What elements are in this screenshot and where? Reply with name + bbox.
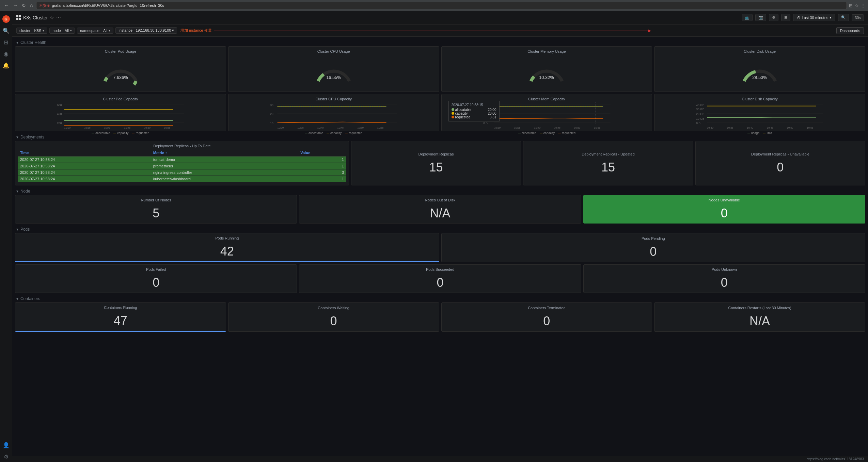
tv-mode-btn[interactable]: 📺: [742, 14, 753, 21]
namespace-value: All: [103, 29, 107, 33]
svg-text:0 B: 0 B: [483, 121, 488, 125]
dashboard-title: K8s Cluster ☆ ⋯: [16, 15, 61, 20]
legend-requested: requested: [132, 131, 149, 135]
pods-running-title: Pods Running: [215, 236, 239, 240]
cpu-capacity-chart: 30 20 10 10:30 10:35 10:40 10:45 10:50 1…: [231, 102, 436, 130]
svg-text:40 GB: 40 GB: [696, 103, 704, 107]
deployment-replicas-value: 15: [429, 160, 443, 175]
extensions-icon[interactable]: ⊞: [849, 3, 853, 8]
sidebar-alerts-icon[interactable]: 🔔: [1, 60, 12, 71]
disk-usage-svg: 28.53%: [741, 60, 778, 84]
gauges-row: Cluster Pod Usage 7.636% Cluster CPU Usa…: [15, 46, 865, 92]
legend-disk-limit: limit: [763, 131, 772, 135]
pods-pending-value: 0: [650, 245, 657, 259]
cpu-usage-title: Cluster CPU Usage: [231, 49, 436, 53]
namespace-filter[interactable]: namespace All ▾: [77, 28, 113, 34]
pod-capacity-title: Cluster Pod Capacity: [18, 97, 223, 101]
svg-text:10:45: 10:45: [337, 126, 344, 129]
containers-terminated-value: 0: [543, 314, 550, 328]
home-btn[interactable]: ⌂: [29, 2, 34, 9]
pods-collapse-icon: ▼: [16, 228, 19, 231]
dashboards-button[interactable]: Dashboards: [836, 27, 864, 34]
cluster-value: K8S: [34, 29, 41, 33]
content-wrapper: K8s Cluster ☆ ⋯ 📺 📷 ⚙ ⊞ ⏱ Last 30 minute…: [12, 11, 868, 336]
node-filter[interactable]: node All ▾: [49, 28, 75, 34]
deployment-replicas-panel: Deployment Replicas 15: [351, 141, 521, 185]
star-button[interactable]: ☆: [50, 15, 54, 20]
disk-usage-panel: Cluster Disk Usage 28.53%: [654, 46, 865, 92]
dashboard-settings-btn[interactable]: ⚙: [769, 14, 778, 21]
table-row: 2020-07-27 10:58:24nginx-ingress-control…: [18, 169, 346, 176]
disk-usage-gauge: 28.53%: [657, 55, 862, 89]
legend-mem-requested: requested: [558, 131, 575, 135]
svg-text:10:55: 10:55: [807, 126, 814, 129]
nodes-unavailable-title: Nodes Unavailable: [709, 198, 740, 202]
instance-caret: ▾: [172, 28, 174, 32]
node-row: Number Of Nodes 5 Nodes Out of Disk N/A …: [15, 195, 865, 224]
cpu-usage-gauge: 16.55%: [231, 55, 436, 89]
disk-capacity-panel: Cluster Disk Capacity 40 GB 30 GB 20 GB …: [654, 94, 865, 131]
mem-capacity-panel: Cluster Mem Capacity 10 GB 5 GB 0 B 10:3…: [441, 94, 652, 131]
forward-btn[interactable]: →: [12, 2, 19, 9]
bookmark-icon[interactable]: ☆: [855, 3, 859, 8]
dashboard-grid-icon: [16, 15, 21, 20]
cluster-label: cluster: [19, 29, 30, 33]
refresh-btn[interactable]: ↻: [20, 2, 27, 9]
sidebar-logo[interactable]: G: [1, 14, 12, 24]
containers-running-title: Containers Running: [104, 306, 137, 310]
zoom-out-btn[interactable]: 🔍: [838, 14, 849, 21]
cycle-views-btn[interactable]: ⊞: [781, 14, 790, 21]
sidebar-explore-icon[interactable]: ◉: [1, 48, 12, 59]
pods-unknown-title: Pods Unknown: [712, 267, 737, 271]
disk-usage-title: Cluster Disk Usage: [657, 49, 862, 53]
report-btn[interactable]: 📷: [755, 14, 766, 21]
time-range-picker[interactable]: ⏱ Last 30 minutes ▾: [793, 14, 836, 21]
nodes-out-of-disk-panel: Nodes Out of Disk N/A: [299, 195, 581, 224]
svg-text:20: 20: [270, 112, 273, 116]
cluster-caret: ▾: [43, 29, 44, 32]
svg-text:10:30: 10:30: [494, 126, 501, 129]
deployments-row: Deployment Replicas - Up To Date Time Me…: [15, 141, 865, 185]
svg-text:10:40: 10:40: [747, 126, 754, 129]
tooltip-capacity: capacity 20.00: [452, 112, 496, 115]
cluster-health-section-header[interactable]: ▼ Cluster Health: [15, 39, 865, 46]
pods-failed-value: 0: [153, 276, 159, 290]
pods-succeeded-value: 0: [437, 276, 443, 290]
sidebar-search-icon[interactable]: 🔍: [1, 25, 12, 36]
sidebar-dashboards-icon[interactable]: ⊞: [1, 37, 12, 48]
pod-usage-panel: Cluster Pod Usage 7.636%: [15, 46, 226, 92]
capacity-charts-row: Cluster Pod Capacity 600 400 200 10:30 1…: [15, 94, 865, 131]
containers-waiting-value: 0: [330, 314, 337, 328]
pod-usage-title: Cluster Pod Usage: [18, 49, 223, 53]
svg-text:10:30: 10:30: [277, 126, 284, 129]
svg-text:10:45: 10:45: [767, 126, 773, 129]
cluster-filter[interactable]: cluster K8S ▾: [16, 28, 47, 34]
number-of-nodes-panel: Number Of Nodes 5: [15, 195, 297, 224]
containers-waiting-title: Containers Waiting: [318, 306, 349, 310]
cpu-usage-panel: Cluster CPU Usage 16.55%: [228, 46, 439, 92]
top-bar: K8s Cluster ☆ ⋯ 📺 📷 ⚙ ⊞ ⏱ Last 30 minute…: [12, 11, 868, 24]
browser-url-bar[interactable]: 不安全 grafana.lzxlinux.cn/d/RxEIUVVGk/k8s-…: [36, 2, 847, 9]
svg-text:0 B: 0 B: [696, 121, 700, 125]
arrow-line: [214, 31, 648, 31]
svg-text:10:35: 10:35: [514, 126, 520, 129]
menu-icon[interactable]: ⋮: [861, 3, 865, 8]
disk-capacity-chart: 40 GB 30 GB 20 GB 10 GB 0 B 10:30 10:35 …: [657, 102, 862, 130]
disk-capacity-title: Cluster Disk Capacity: [657, 97, 862, 101]
browser-bar: ← → ↻ ⌂ 不安全 grafana.lzxlinux.cn/d/RxEIUV…: [0, 0, 868, 11]
refresh-interval-btn[interactable]: 30s: [852, 14, 864, 21]
containers-section-header[interactable]: ▼ Containers: [15, 295, 865, 302]
nodes-unavailable-value: 0: [721, 206, 728, 220]
col-metric: Metric ↑: [151, 149, 298, 156]
tooltip-allocatable: allocatable 20.00: [452, 108, 496, 112]
node-collapse-icon: ▼: [16, 189, 19, 193]
node-section-header[interactable]: ▼ Node: [15, 187, 865, 195]
mem-usage-title: Cluster Memory Usage: [444, 49, 649, 53]
back-btn[interactable]: ←: [3, 2, 10, 9]
pods-section-header[interactable]: ▼ Pods: [15, 226, 865, 233]
share-button[interactable]: ⋯: [56, 15, 61, 20]
instance-filter[interactable]: instance 192.168.30.130:9100 ▾: [115, 27, 177, 34]
tooltip-requested: requested 3.31: [452, 115, 496, 119]
svg-text:10: 10: [270, 121, 273, 125]
add-instance-button[interactable]: 增加 instance 变量: [180, 28, 211, 33]
